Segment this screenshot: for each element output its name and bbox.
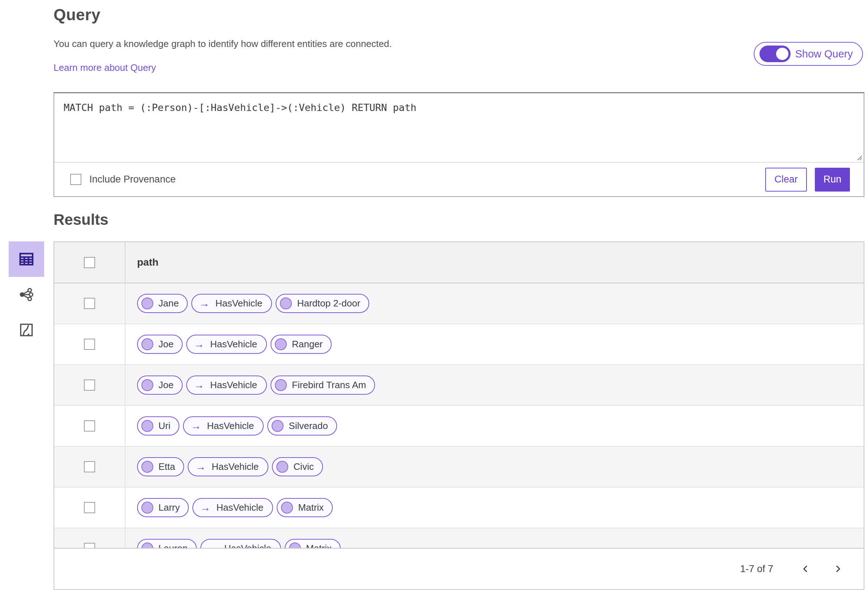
relationship-arrow-icon: →	[200, 502, 211, 513]
entity-node-icon	[142, 420, 154, 432]
table-row: Lauren → HasVehicle Matrix	[54, 529, 864, 548]
entity-node-icon	[142, 297, 154, 309]
path-cell: Joe → HasVehicle Ranger	[125, 324, 864, 364]
show-query-toggle[interactable]	[760, 46, 791, 62]
row-checkbox-cell	[54, 324, 125, 364]
target-entity-pill[interactable]: Firebird Trans Am	[270, 376, 375, 395]
row-checkbox[interactable]	[84, 461, 95, 473]
entity-node-icon	[142, 338, 154, 350]
pagination-range-label: 1-7 of 7	[740, 564, 773, 575]
row-checkbox[interactable]	[84, 380, 95, 391]
path-cell: Lauren → HasVehicle Matrix	[125, 529, 864, 548]
relationship-label: HasVehicle	[210, 339, 257, 350]
query-input[interactable]: MATCH path = (:Person)-[:HasVehicle]->(:…	[54, 93, 864, 162]
row-checkbox-cell	[54, 283, 125, 324]
row-checkbox[interactable]	[84, 543, 95, 548]
relationship-pill[interactable]: → HasVehicle	[200, 539, 281, 548]
target-entity-pill[interactable]: Silverado	[267, 416, 337, 436]
table-header-row: path	[54, 242, 864, 283]
entity-node-icon	[275, 379, 287, 391]
relationship-arrow-icon: →	[194, 380, 204, 390]
table-row: Larry → HasVehicle Matrix	[54, 487, 864, 529]
source-entity-pill[interactable]: Jane	[137, 294, 188, 313]
chevron-right-icon	[833, 564, 843, 574]
toggle-knob-icon	[775, 47, 790, 61]
relationship-pill[interactable]: → HasVehicle	[183, 416, 264, 436]
path-cell: Joe → HasVehicle Firebird Trans Am	[125, 365, 864, 405]
resize-grip-icon[interactable]	[855, 153, 862, 161]
show-query-label: Show Query	[795, 48, 853, 60]
target-entity-label: Firebird Trans Am	[292, 380, 366, 391]
row-checkbox-cell	[54, 529, 125, 548]
target-entity-pill[interactable]: Hardtop 2-door	[276, 294, 369, 313]
relationship-arrow-icon: →	[195, 461, 206, 472]
target-entity-label: Matrix	[298, 502, 324, 513]
source-entity-label: Lauren	[158, 543, 188, 548]
table-row: Joe → HasVehicle Firebird Trans Am	[54, 365, 864, 406]
path-cell: Uri → HasVehicle Silverado	[125, 406, 864, 446]
run-button[interactable]: Run	[815, 168, 850, 191]
path-cell: Larry → HasVehicle Matrix	[125, 487, 864, 528]
source-entity-label: Joe	[158, 380, 174, 391]
map-view-button[interactable]	[9, 312, 44, 348]
table-body: Jane → HasVehicle Hardtop 2-door Joe → H…	[54, 283, 864, 548]
entity-node-icon	[281, 502, 293, 514]
network-graph-icon	[18, 287, 34, 302]
relationship-arrow-icon: →	[190, 421, 201, 431]
target-entity-label: Hardtop 2-door	[297, 298, 360, 309]
row-checkbox[interactable]	[84, 298, 95, 309]
source-entity-pill[interactable]: Lauren	[137, 539, 197, 548]
source-entity-pill[interactable]: Larry	[137, 498, 189, 517]
row-checkbox[interactable]	[84, 420, 95, 431]
clear-button[interactable]: Clear	[765, 168, 807, 191]
show-query-control[interactable]: Show Query	[754, 42, 863, 66]
chevron-left-icon	[801, 564, 810, 574]
relationship-pill[interactable]: → HasVehicle	[192, 498, 273, 517]
previous-page-button[interactable]	[797, 561, 814, 577]
target-entity-label: Civic	[293, 461, 314, 473]
include-provenance-checkbox[interactable]	[70, 174, 81, 185]
table-row: Etta → HasVehicle Civic	[54, 447, 864, 487]
relationship-label: HasVehicle	[224, 543, 271, 548]
relationship-label: HasVehicle	[210, 380, 257, 391]
relationship-label: HasVehicle	[215, 298, 262, 309]
learn-more-link[interactable]: Learn more about Query	[53, 62, 156, 74]
source-entity-pill[interactable]: Uri	[137, 416, 179, 436]
page-description: You can query a knowledge graph to ident…	[53, 38, 392, 50]
entity-node-icon	[276, 461, 288, 473]
target-entity-pill[interactable]: Matrix	[285, 539, 341, 548]
table-view-button[interactable]	[9, 242, 44, 277]
query-panel: MATCH path = (:Person)-[:HasVehicle]->(:…	[53, 92, 864, 197]
source-entity-label: Etta	[158, 461, 175, 473]
relationship-pill[interactable]: → HasVehicle	[188, 457, 269, 476]
next-page-button[interactable]	[830, 561, 846, 577]
relationship-pill[interactable]: → HasVehicle	[191, 294, 272, 313]
path-cell: Jane → HasVehicle Hardtop 2-door	[125, 283, 864, 324]
relationship-pill[interactable]: → HasVehicle	[186, 376, 267, 395]
source-entity-pill[interactable]: Joe	[137, 335, 183, 354]
results-table: path Jane → HasVehicle Hardtop 2-door	[53, 242, 864, 590]
source-entity-label: Joe	[158, 339, 174, 350]
row-checkbox[interactable]	[84, 502, 95, 513]
map-route-icon	[19, 323, 34, 337]
target-entity-pill[interactable]: Civic	[272, 457, 323, 476]
entity-node-icon	[275, 338, 287, 350]
relationship-label: HasVehicle	[207, 420, 254, 431]
entity-node-icon	[142, 461, 154, 473]
relationship-pill[interactable]: → HasVehicle	[186, 335, 267, 354]
relationship-arrow-icon: →	[208, 543, 218, 548]
row-checkbox-cell	[54, 447, 125, 487]
target-entity-pill[interactable]: Ranger	[270, 335, 332, 354]
path-cell: Etta → HasVehicle Civic	[125, 447, 864, 487]
results-view-rail	[9, 242, 44, 348]
target-entity-pill[interactable]: Matrix	[277, 498, 333, 517]
source-entity-label: Larry	[158, 502, 180, 513]
graph-view-button[interactable]	[9, 277, 44, 312]
relationship-label: HasVehicle	[211, 461, 258, 473]
select-all-checkbox[interactable]	[84, 257, 95, 268]
source-entity-pill[interactable]: Etta	[137, 457, 184, 476]
source-entity-pill[interactable]: Joe	[137, 376, 183, 395]
entity-node-icon	[142, 542, 154, 548]
row-checkbox[interactable]	[84, 339, 95, 350]
table-row: Jane → HasVehicle Hardtop 2-door	[54, 283, 864, 324]
